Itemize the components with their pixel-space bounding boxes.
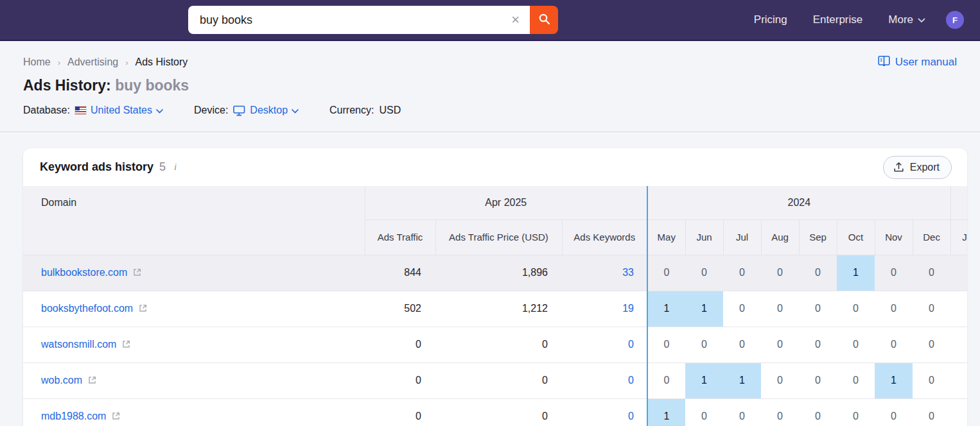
month-cell: 0 (647, 327, 685, 362)
column-header: Ads Keywords (562, 219, 647, 255)
month-cell: 0 (913, 362, 950, 398)
domain-cell: booksbythefoot.com (23, 291, 365, 327)
month-cell: 0 (837, 327, 875, 362)
clear-search-icon[interactable]: × (506, 13, 525, 27)
external-link-icon[interactable] (88, 375, 96, 387)
month-cell[interactable]: 1 (723, 362, 761, 398)
domain-cell: wob.com (23, 362, 365, 398)
month-cell[interactable]: 1 (647, 291, 685, 327)
upload-icon (893, 162, 904, 173)
result-count: 5 (159, 160, 166, 174)
column-header: Ads Traffic (365, 219, 435, 255)
user-manual-link[interactable]: User manual (878, 55, 957, 69)
ads-traffic-cell: 844 (365, 255, 435, 291)
breadcrumb-separator-icon: › (125, 58, 128, 67)
external-link-icon[interactable] (139, 303, 147, 315)
month-cell: 0 (685, 327, 723, 362)
month-cell: 0 (761, 255, 799, 291)
month-cell: 0 (950, 327, 967, 362)
nav-link-enterprise[interactable]: Enterprise (813, 13, 862, 26)
us-flag-icon (75, 106, 86, 114)
month-cell[interactable]: 1 (685, 362, 723, 398)
month-cell: 0 (875, 398, 913, 426)
chevron-down-icon (918, 13, 925, 26)
ads-keywords-cell: 0 (562, 362, 647, 398)
month-cell: 0 (799, 362, 837, 398)
database-value: United States (91, 105, 152, 116)
ads-history-table: DomainApr 20252024Ads TrafficAds Traffic… (23, 186, 967, 426)
table-row: bulkbookstore.com8441,89633000001000 (23, 255, 967, 291)
month-cell: 0 (761, 291, 799, 327)
ads-keywords-link[interactable]: 0 (628, 411, 634, 422)
month-cell: 0 (799, 255, 837, 291)
domain-link[interactable]: mdb1988.com (41, 411, 106, 422)
month-cell: 0 (913, 327, 950, 362)
filters-row: Database: United States Device: Desktop … (23, 103, 957, 118)
table-row: mdb1988.com000100000000 (23, 398, 967, 426)
search-button[interactable] (530, 6, 558, 34)
domain-link[interactable]: bulkbookstore.com (41, 267, 127, 278)
info-icon[interactable]: i (174, 162, 177, 173)
export-label: Export (910, 162, 940, 173)
month-cell: 0 (875, 255, 913, 291)
nav-more-label: More (888, 13, 913, 26)
device-selector[interactable]: Desktop (233, 105, 299, 116)
month-cell: 0 (913, 398, 950, 426)
domain-link[interactable]: wob.com (41, 375, 82, 386)
month-cell: 0 (761, 398, 799, 426)
external-link-icon[interactable] (112, 411, 120, 423)
ads-keywords-link[interactable]: 0 (628, 375, 634, 386)
month-cell[interactable]: 1 (875, 362, 913, 398)
page-title: Ads History: buy books (23, 77, 957, 96)
month-header: Aug (761, 219, 799, 255)
nav-more-menu[interactable]: More (888, 13, 925, 26)
search-input[interactable] (200, 13, 506, 27)
month-cell: 0 (837, 362, 875, 398)
ads-traffic-cell: 0 (365, 362, 435, 398)
search-input-wrap: × (188, 6, 530, 34)
domain-cell: watsonsmill.com (23, 327, 365, 362)
month-cell: 0 (875, 327, 913, 362)
table-row: wob.com000011000100 (23, 362, 967, 398)
month-cell: 0 (723, 255, 761, 291)
breadcrumb-advertising[interactable]: Advertising (67, 56, 118, 68)
nav-link-pricing[interactable]: Pricing (754, 13, 787, 26)
month-cell[interactable]: 1 (647, 398, 685, 426)
domain-link[interactable]: watsonsmill.com (41, 339, 116, 350)
group-header-next (950, 186, 967, 219)
book-icon (878, 55, 890, 69)
month-header: Dec (913, 219, 950, 255)
ads-keywords-link[interactable]: 33 (622, 267, 634, 278)
group-header-Apr 2025: Apr 2025 (365, 186, 647, 219)
ads-traffic-price-cell: 0 (435, 327, 562, 362)
breadcrumb-home[interactable]: Home (23, 56, 51, 68)
month-header: May (647, 219, 685, 255)
external-link-icon[interactable] (122, 339, 130, 351)
monitor-icon (233, 105, 245, 116)
month-cell: 0 (647, 362, 685, 398)
domain-link[interactable]: booksbythefoot.com (41, 303, 133, 314)
keyword-ads-history-grid: DomainApr 20252024Ads TrafficAds Traffic… (23, 186, 967, 426)
month-cell[interactable]: 1 (685, 291, 723, 327)
top-navbar: × Pricing Enterprise More F (0, 0, 980, 41)
month-cell: 0 (799, 398, 837, 426)
chevron-down-icon (292, 105, 299, 116)
user-avatar[interactable]: F (946, 11, 964, 29)
database-selector[interactable]: United States (75, 105, 163, 116)
device-value: Desktop (250, 105, 288, 116)
ads-traffic-price-cell: 0 (435, 398, 562, 426)
ads-keywords-link[interactable]: 19 (622, 303, 634, 314)
ads-keywords-link[interactable]: 0 (628, 339, 634, 350)
column-header: Ads Traffic Price (USD) (435, 219, 562, 255)
month-cell: 0 (950, 398, 967, 426)
month-cell: 0 (950, 255, 967, 291)
month-cell: 0 (913, 291, 950, 327)
domain-cell: mdb1988.com (23, 398, 365, 426)
database-label: Database: (23, 105, 70, 116)
month-cell[interactable]: 1 (837, 255, 875, 291)
device-label: Device: (194, 105, 228, 116)
external-link-icon[interactable] (133, 268, 141, 279)
month-cell: 0 (950, 362, 967, 398)
export-button[interactable]: Export (883, 156, 952, 179)
month-cell: 0 (685, 398, 723, 426)
